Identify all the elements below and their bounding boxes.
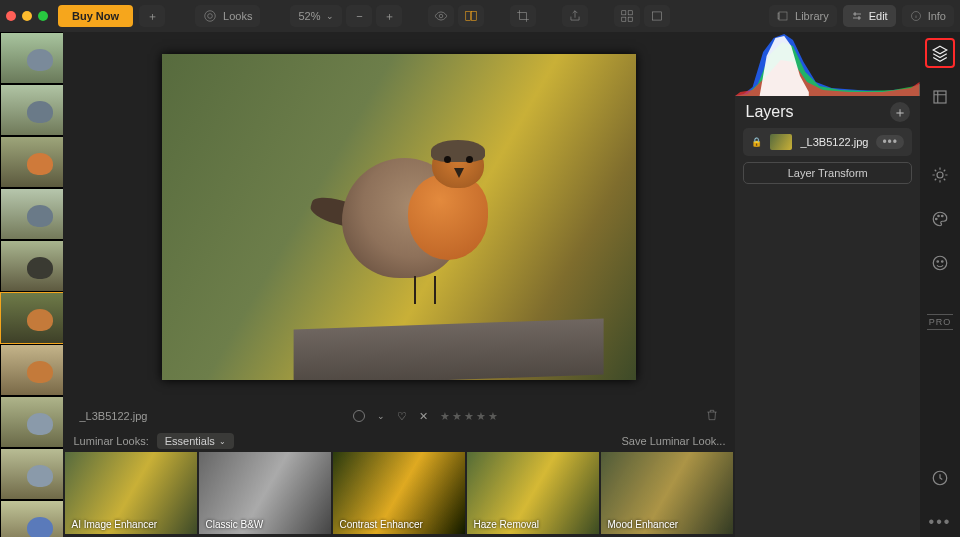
svg-point-1: [208, 14, 213, 19]
look-label: Contrast Enhancer: [339, 519, 422, 530]
canvas-icon: [931, 88, 949, 106]
zoom-group: 52% ⌄ − ＋: [290, 5, 402, 27]
tool-rail: PRO •••: [920, 32, 960, 537]
add-layer-button[interactable]: ＋: [890, 102, 910, 122]
svg-point-19: [936, 218, 938, 220]
look-preset[interactable]: Mood Enhancer: [601, 452, 733, 534]
svg-rect-5: [622, 11, 626, 15]
portrait-tool-button[interactable]: [925, 248, 955, 278]
single-icon: [650, 9, 664, 23]
looks-strip[interactable]: AI Image Enhancer Classic B&W Contrast E…: [63, 452, 735, 537]
looks-button[interactable]: Looks: [195, 5, 260, 27]
looks-category-dropdown[interactable]: Essentials ⌄: [157, 433, 234, 449]
filmstrip-thumb[interactable]: [0, 344, 63, 396]
svg-rect-3: [466, 11, 471, 20]
layers-tool-button[interactable]: [925, 38, 955, 68]
filmstrip-thumb[interactable]: [0, 240, 63, 292]
filmstrip-thumb[interactable]: [0, 84, 63, 136]
svg-rect-6: [629, 11, 633, 15]
buy-now-button[interactable]: Buy Now: [58, 5, 133, 27]
svg-point-20: [938, 215, 940, 217]
share-icon: [568, 9, 582, 23]
window-controls: [6, 11, 48, 21]
svg-point-2: [440, 14, 444, 18]
light-tool-button[interactable]: [925, 160, 955, 190]
look-preset[interactable]: Classic B&W: [199, 452, 331, 534]
grid-view-button[interactable]: [614, 5, 640, 27]
history-button[interactable]: [925, 463, 955, 493]
svg-point-23: [937, 261, 939, 263]
look-label: Haze Removal: [473, 519, 539, 530]
filmstrip-thumb[interactable]: [0, 136, 63, 188]
chevron-down-icon[interactable]: ⌄: [377, 411, 385, 421]
zoom-dropdown[interactable]: 52% ⌄: [290, 5, 342, 27]
filmstrip-thumb[interactable]: [0, 448, 63, 500]
color-tool-button[interactable]: [925, 204, 955, 234]
library-icon: [777, 10, 789, 22]
filmstrip-thumb[interactable]: [0, 500, 63, 537]
look-preset[interactable]: Haze Removal: [467, 452, 599, 534]
filmstrip-thumb[interactable]: [0, 32, 63, 84]
pro-badge[interactable]: PRO: [927, 314, 954, 330]
svg-point-18: [937, 172, 943, 178]
layer-row[interactable]: 🔒 _L3B5122.jpg •••: [743, 128, 912, 156]
zoom-out-button[interactable]: −: [346, 5, 372, 27]
looks-toolbar: Luminar Looks: Essentials ⌄ Save Luminar…: [63, 430, 735, 452]
look-label: AI Image Enhancer: [71, 519, 157, 530]
look-preset[interactable]: AI Image Enhancer: [65, 452, 197, 534]
more-button[interactable]: •••: [925, 507, 955, 537]
delete-button[interactable]: [705, 408, 719, 424]
maximize-window-button[interactable]: [38, 11, 48, 21]
look-label: Mood Enhancer: [607, 519, 678, 530]
add-button[interactable]: ＋: [139, 5, 165, 27]
single-view-button[interactable]: [644, 5, 670, 27]
save-look-button[interactable]: Save Luminar Look...: [622, 435, 726, 447]
sliders-icon: [851, 10, 863, 22]
rating-stars[interactable]: ★★★★★: [440, 410, 500, 423]
favorite-button[interactable]: ♡: [397, 410, 407, 423]
svg-rect-11: [778, 13, 779, 19]
share-button[interactable]: [562, 5, 588, 27]
zoom-value: 52%: [298, 10, 320, 22]
chevron-down-icon: ⌄: [219, 437, 226, 446]
library-tab[interactable]: Library: [769, 5, 837, 27]
svg-point-21: [942, 215, 944, 217]
zoom-in-button[interactable]: ＋: [376, 5, 402, 27]
svg-point-0: [205, 11, 216, 22]
right-panel: Layers ＋ 🔒 _L3B5122.jpg ••• Layer Transf…: [735, 32, 920, 537]
canvas-tool-button[interactable]: [925, 82, 955, 112]
layers-icon: [931, 44, 949, 62]
info-tab[interactable]: Info: [902, 5, 954, 27]
color-tag-button[interactable]: [353, 410, 365, 422]
edit-tab[interactable]: Edit: [843, 5, 896, 27]
look-label: Classic B&W: [205, 519, 263, 530]
looks-label: Looks: [223, 10, 252, 22]
filmstrip-thumb-selected[interactable]: [0, 292, 63, 344]
reject-button[interactable]: ✕: [419, 410, 428, 423]
palette-icon: [931, 210, 949, 228]
filmstrip-thumb[interactable]: [0, 188, 63, 240]
close-window-button[interactable]: [6, 11, 16, 21]
compare-button[interactable]: [458, 5, 484, 27]
look-preset[interactable]: Contrast Enhancer: [333, 452, 465, 534]
chevron-down-icon: ⌄: [326, 11, 334, 21]
crop-icon: [516, 9, 530, 23]
crop-button[interactable]: [510, 5, 536, 27]
sun-icon: [931, 166, 949, 184]
looks-icon: [203, 9, 217, 23]
preview-toggle-button[interactable]: [428, 5, 454, 27]
histogram[interactable]: [735, 32, 920, 96]
layer-options-button[interactable]: •••: [876, 135, 904, 149]
clock-icon: [931, 469, 949, 487]
layers-heading: Layers: [745, 103, 793, 121]
filmstrip[interactable]: [0, 32, 63, 537]
edit-label: Edit: [869, 10, 888, 22]
minimize-window-button[interactable]: [22, 11, 32, 21]
filmstrip-thumb[interactable]: [0, 396, 63, 448]
looks-heading: Luminar Looks:: [73, 435, 148, 447]
svg-point-24: [942, 261, 944, 263]
info-label: Info: [928, 10, 946, 22]
svg-rect-4: [472, 11, 477, 20]
layer-transform-button[interactable]: Layer Transform: [743, 162, 912, 184]
image-canvas[interactable]: [162, 54, 636, 380]
